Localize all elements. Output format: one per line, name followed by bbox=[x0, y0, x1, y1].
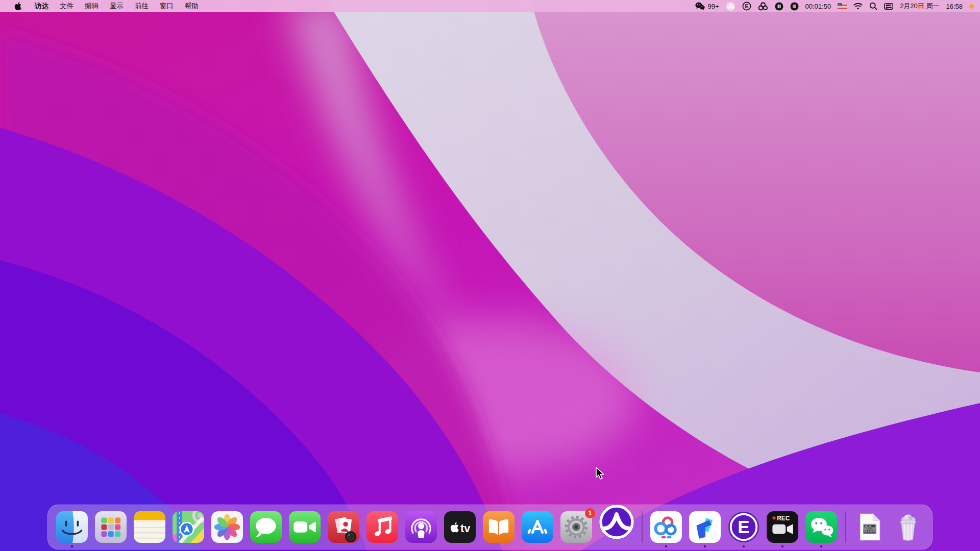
protools-menu-icon bbox=[726, 2, 736, 11]
wechat-unread-count: 99+ bbox=[707, 3, 719, 10]
menu-help[interactable]: 帮助 bbox=[179, 0, 204, 12]
menu-go[interactable]: 前往 bbox=[129, 0, 154, 12]
dock-separator bbox=[845, 511, 846, 543]
dock-icon-pro-tools[interactable] bbox=[598, 503, 635, 541]
status-wechat[interactable]: 99+ bbox=[695, 0, 719, 12]
dock-icon-system-preferences[interactable]: 1 bbox=[560, 511, 592, 543]
status-wifi[interactable] bbox=[853, 0, 863, 12]
dock-icon-notes[interactable] bbox=[134, 511, 165, 543]
dock-icon-app-store[interactable] bbox=[522, 511, 553, 543]
running-indicator bbox=[71, 545, 73, 547]
menu-bar-date[interactable]: 2月20日 周一 bbox=[900, 2, 939, 11]
menu-file[interactable]: 文件 bbox=[54, 0, 79, 12]
dock-icon-finder[interactable] bbox=[56, 511, 88, 543]
menu-finder[interactable]: 访达 bbox=[29, 0, 54, 12]
eudic-menu-icon: E bbox=[742, 2, 751, 11]
pause-icon bbox=[775, 2, 783, 11]
svg-text:E: E bbox=[745, 3, 748, 9]
dock-icon-messages[interactable] bbox=[250, 511, 282, 543]
menu-bar-status: 99+ E bbox=[695, 0, 980, 12]
dock-icon-photos[interactable] bbox=[211, 511, 243, 543]
menu-view[interactable]: 显示 bbox=[104, 0, 129, 12]
dock-icon-launchpad[interactable] bbox=[95, 511, 127, 543]
mouse-cursor bbox=[596, 467, 607, 480]
menu-window[interactable]: 窗口 bbox=[154, 0, 179, 12]
spotlight-search-icon bbox=[869, 2, 877, 10]
desktop: 访达 文件 编辑 显示 前往 窗口 帮助 99+ bbox=[0, 0, 980, 551]
dock-separator bbox=[642, 511, 643, 543]
status-protools[interactable] bbox=[726, 0, 736, 12]
status-control-center[interactable] bbox=[884, 0, 893, 12]
dock-icon-photo-booth[interactable] bbox=[328, 511, 359, 543]
status-stop-recording[interactable] bbox=[790, 0, 799, 12]
dock-icon-wechat[interactable] bbox=[805, 511, 837, 543]
status-spotlight[interactable] bbox=[869, 0, 877, 12]
baidu-netdisk-menu-icon bbox=[758, 2, 768, 11]
recording-indicator-dot bbox=[969, 4, 974, 9]
menu-bar: 访达 文件 编辑 显示 前往 窗口 帮助 99+ bbox=[0, 0, 980, 12]
wifi-icon bbox=[853, 3, 863, 10]
dock-icon-trash[interactable] bbox=[892, 511, 924, 543]
dock-icon-apple-tv[interactable]: tv bbox=[444, 511, 476, 543]
dock-icon-maps[interactable] bbox=[173, 511, 204, 543]
control-center-icon bbox=[884, 3, 893, 10]
running-indicator bbox=[704, 545, 706, 547]
dock-icon-facetime[interactable] bbox=[289, 511, 321, 543]
input-source-us-flag-icon bbox=[838, 3, 847, 9]
running-indicator bbox=[665, 545, 667, 547]
running-indicator bbox=[820, 545, 822, 547]
dock-icon-music[interactable] bbox=[366, 511, 398, 543]
status-baidu-netdisk[interactable] bbox=[758, 0, 768, 12]
svg-text:E: E bbox=[738, 517, 749, 537]
apple-logo-icon bbox=[14, 2, 22, 11]
dock-icon-screen-recorder[interactable]: REC bbox=[767, 511, 798, 543]
dock-icon-teambition[interactable] bbox=[689, 511, 721, 543]
recording-timer: 00:01:50 bbox=[805, 3, 831, 10]
wechat-icon bbox=[695, 2, 705, 10]
status-input-source[interactable] bbox=[838, 0, 847, 12]
dock-icon-baidu-netdisk[interactable] bbox=[650, 511, 682, 543]
status-pause-recording[interactable] bbox=[775, 0, 783, 12]
dock-icon-dmg-file[interactable] bbox=[853, 511, 885, 543]
running-indicator bbox=[781, 545, 783, 547]
stop-record-icon bbox=[790, 2, 799, 11]
dock-icon-eudic[interactable]: E bbox=[728, 511, 760, 543]
menu-edit[interactable]: 编辑 bbox=[79, 0, 104, 12]
apple-menu[interactable] bbox=[7, 0, 29, 12]
menu-bar-left: 访达 文件 编辑 显示 前往 窗口 帮助 bbox=[0, 0, 204, 12]
dock-icon-podcasts[interactable] bbox=[405, 511, 437, 543]
dock: tv bbox=[47, 505, 933, 549]
running-indicator bbox=[743, 545, 745, 547]
menu-bar-clock[interactable]: 16:58 bbox=[946, 3, 963, 10]
svg-text:REC: REC bbox=[777, 515, 790, 522]
desktop-wallpaper[interactable] bbox=[0, 0, 980, 551]
svg-text:tv: tv bbox=[460, 522, 470, 535]
notification-badge: 1 bbox=[585, 508, 595, 518]
status-eudic[interactable]: E bbox=[742, 0, 751, 12]
dock-icon-books[interactable] bbox=[483, 511, 514, 543]
